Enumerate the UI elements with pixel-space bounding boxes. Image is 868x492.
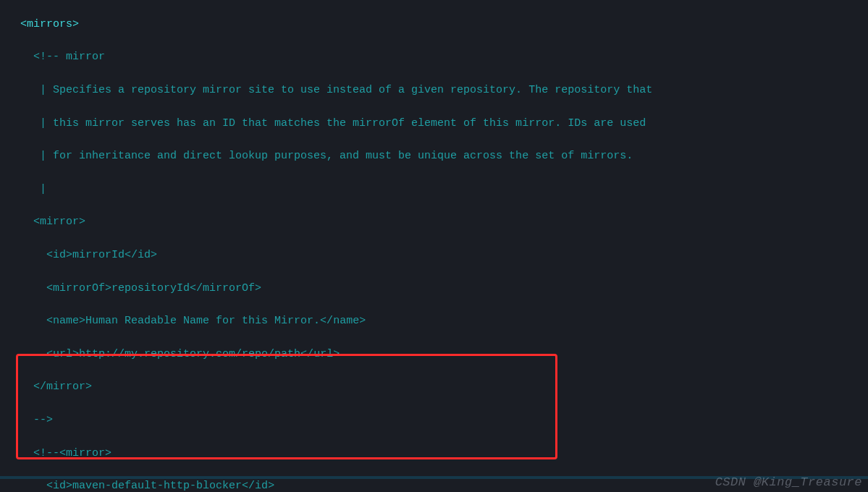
comment-line: | this mirror serves has an ID that matc… [33,117,646,130]
mirrors-open-tag: mirrors [27,18,72,30]
comment-line: | Specifies a repository mirror site to … [33,84,652,96]
comment-open: <!-- [33,447,59,459]
code-editor[interactable]: <mirrors> <!-- mirror | Specifies a repo… [0,0,868,492]
mirror-close-tag: mirror [46,381,85,393]
comment-close: --> [33,414,53,426]
mirrorof-tag: mirrorOf [53,282,105,294]
watermark-text: CSDN @King_Treasure [715,473,862,492]
name-value: Human Readable Name for this Mirror. [85,315,320,327]
mirrorof-value: repositoryId [111,282,190,294]
comment-line: <!-- mirror [33,51,105,63]
comment-line: | [33,183,46,195]
comment-line: | for inheritance and direct lookup purp… [33,150,633,162]
url-value: http://my.repository.com/repo/path [79,348,300,360]
highlight-box [16,354,557,459]
mirror-open-tag: mirror [40,216,79,228]
id-value: mirrorId [72,249,125,261]
id-tag: id [53,249,66,261]
name-tag: name [53,315,79,327]
url-tag: url [53,348,72,360]
id-value: maven-default-http-blocker [72,480,242,492]
